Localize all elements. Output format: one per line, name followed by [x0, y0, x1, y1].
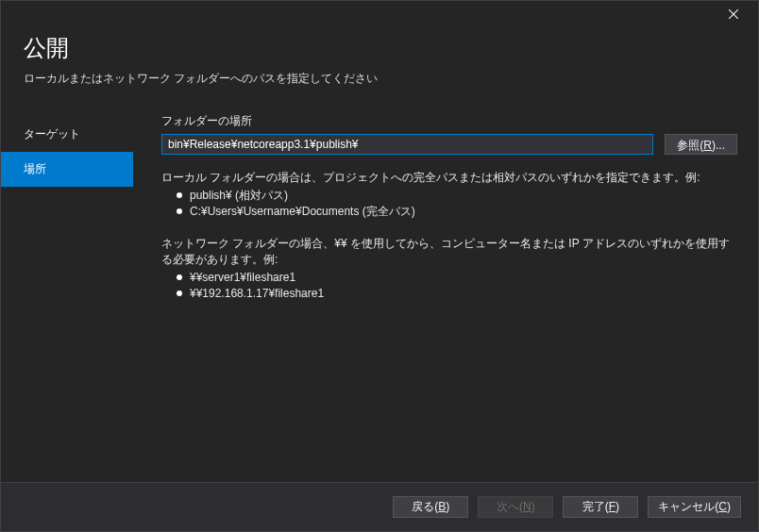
page-subtitle: ローカルまたはネットワーク フォルダーへのパスを指定してください: [24, 71, 735, 87]
back-button[interactable]: 戻る(B): [393, 496, 468, 518]
list-item: ¥¥server1¥fileshare1: [190, 270, 737, 286]
cancel-button[interactable]: キャンセル(C): [648, 496, 741, 518]
close-button[interactable]: [717, 3, 751, 25]
finish-button-label: 完了: [582, 500, 605, 513]
cancel-mnemonic: C: [718, 500, 727, 513]
folder-location-input[interactable]: [161, 134, 653, 155]
folder-input-row: 参照(R)...: [161, 134, 737, 155]
back-button-label: 戻る: [412, 500, 434, 513]
help-local-heading: ローカル フォルダーの場合は、プロジェクトへの完全パスまたは相対パスのいずれかを…: [161, 170, 737, 186]
sidebar: ターゲット 場所: [1, 100, 133, 477]
sidebar-item-location[interactable]: 場所: [1, 152, 133, 187]
page-title: 公開: [24, 33, 735, 63]
cancel-button-label: キャンセル: [658, 500, 715, 513]
next-mnemonic: N: [523, 500, 531, 513]
help-network-section: ネットワーク フォルダーの場合、¥¥ を使用してから、コンピューター名または I…: [161, 236, 737, 303]
finish-button[interactable]: 完了(F): [563, 496, 638, 518]
browse-mnemonic: R: [703, 139, 712, 152]
content: ターゲット 場所 フォルダーの場所 参照(R)... ローカル フォルダーの場合…: [1, 100, 758, 477]
list-item: C:¥Users¥Username¥Documents (完全パス): [190, 204, 737, 220]
help-local-section: ローカル フォルダーの場合は、プロジェクトへの完全パスまたは相対パスのいずれかを…: [161, 170, 737, 221]
header: 公開 ローカルまたはネットワーク フォルダーへのパスを指定してください: [1, 27, 758, 100]
next-button: 次へ(N): [478, 496, 553, 518]
close-icon: [729, 9, 738, 19]
sidebar-item-label: 場所: [24, 162, 46, 175]
help-local-list: publish¥ (相対パス) C:¥Users¥Username¥Docume…: [161, 188, 737, 221]
main-panel: フォルダーの場所 参照(R)... ローカル フォルダーの場合は、プロジェクトへ…: [133, 100, 758, 477]
sidebar-item-target[interactable]: ターゲット: [1, 117, 133, 152]
finish-mnemonic: F: [609, 500, 616, 513]
browse-button[interactable]: 参照(R)...: [665, 134, 737, 155]
titlebar: [1, 1, 758, 27]
folder-location-label: フォルダーの場所: [161, 113, 737, 129]
footer: 戻る(B) 次へ(N) 完了(F) キャンセル(C): [1, 482, 758, 531]
sidebar-item-label: ターゲット: [24, 127, 80, 141]
help-network-list: ¥¥server1¥fileshare1 ¥¥192.168.1.17¥file…: [161, 270, 737, 303]
next-button-label: 次へ: [497, 500, 519, 513]
help-network-heading: ネットワーク フォルダーの場合、¥¥ を使用してから、コンピューター名または I…: [161, 236, 737, 268]
list-item: ¥¥192.168.1.17¥fileshare1: [190, 286, 737, 302]
browse-button-label: 参照: [677, 139, 700, 152]
list-item: publish¥ (相対パス): [190, 188, 737, 204]
back-mnemonic: B: [438, 500, 446, 513]
